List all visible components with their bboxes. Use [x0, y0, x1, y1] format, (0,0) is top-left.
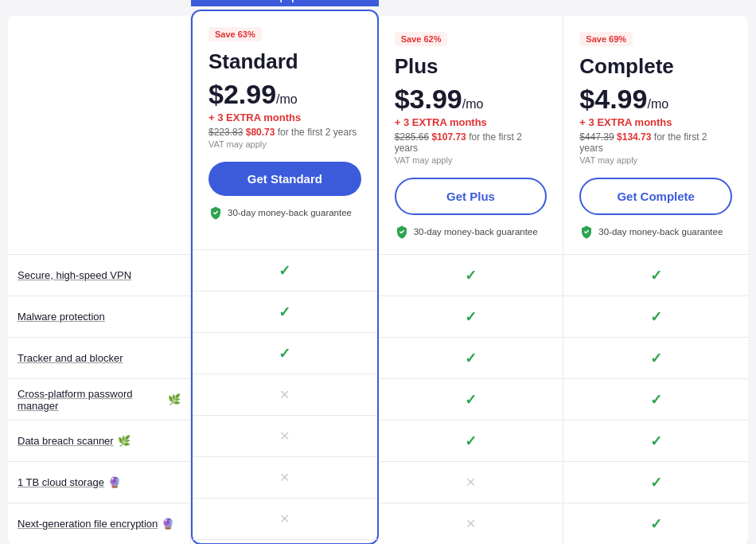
check-no-icon: ✕	[279, 387, 290, 402]
cta-button-complete[interactable]: Get Complete	[579, 178, 732, 215]
plan-col-standard: Most popular Save 63% Standard $2.99/mo …	[191, 10, 379, 544]
plan-header-complete: Save 69% Complete $4.99/mo + 3 EXTRA mon…	[563, 16, 748, 255]
plan-price-standard: $2.99/mo	[208, 79, 361, 110]
plan-header-plus: Save 62% Plus $3.99/mo + 3 EXTRA months …	[379, 16, 563, 255]
check-cell-plus-1: ✓	[379, 296, 563, 338]
check-yes-icon: ✓	[279, 345, 290, 362]
check-cell-complete-2: ✓	[563, 338, 748, 379]
check-cell-complete-6: ✓	[563, 503, 748, 544]
check-cell-plus-4: ✓	[379, 421, 563, 462]
check-no-icon: ✕	[279, 511, 290, 526]
feature-label-4[interactable]: Data breach scanner	[18, 435, 114, 447]
vat-note-plus: VAT may apply	[395, 155, 548, 165]
check-cell-standard-4: ✕	[193, 416, 377, 457]
plan-name-plus: Plus	[395, 54, 548, 79]
check-cell-complete-3: ✓	[563, 379, 748, 421]
check-yes-icon: ✓	[465, 391, 477, 409]
feature-label-5[interactable]: 1 TB cloud storage	[18, 476, 104, 488]
extra-months-plus: + 3 EXTRA months	[395, 116, 548, 128]
check-yes-icon: ✓	[650, 391, 662, 409]
cta-button-standard[interactable]: Get Standard	[208, 162, 361, 196]
feature-row-0: Secure, high-speed VPN	[8, 255, 190, 296]
check-cell-standard-0: ✓	[193, 250, 377, 292]
feature-row-6: Next-generation file encryption🔮	[8, 503, 190, 544]
check-cell-standard-5: ✕	[193, 457, 377, 499]
pricing-table: Secure, high-speed VPNMalware protection…	[8, 16, 748, 544]
original-price-plus: $285.66 $107.73 for the first 2 years	[395, 131, 548, 154]
header-spacer	[8, 16, 190, 255]
feature-row-2: Tracker and ad blocker	[8, 338, 190, 379]
check-no-icon: ✕	[466, 516, 476, 531]
check-cell-plus-3: ✓	[379, 379, 563, 421]
feature-label-0[interactable]: Secure, high-speed VPN	[18, 269, 131, 281]
check-yes-icon: ✓	[465, 267, 477, 284]
feature-row-3: Cross-platform password manager🌿	[8, 379, 190, 421]
check-yes-icon: ✓	[650, 474, 662, 491]
plan-price-complete: $4.99/mo	[579, 84, 732, 115]
feature-row-5: 1 TB cloud storage🔮	[8, 462, 190, 503]
check-cell-complete-0: ✓	[563, 255, 748, 296]
plan-price-plus: $3.99/mo	[395, 84, 548, 115]
check-yes-icon: ✓	[650, 350, 662, 367]
check-cell-complete-1: ✓	[563, 296, 748, 338]
feature-label-1[interactable]: Malware protection	[18, 311, 105, 323]
check-cell-plus-2: ✓	[379, 338, 563, 379]
feature-label-6[interactable]: Next-generation file encryption	[18, 518, 158, 530]
check-yes-icon: ✓	[650, 308, 662, 326]
check-yes-icon: ✓	[279, 262, 290, 280]
cta-button-plus[interactable]: Get Plus	[395, 178, 548, 215]
money-back-plus: 30-day money-back guarantee	[395, 225, 548, 239]
feature-column: Secure, high-speed VPNMalware protection…	[8, 16, 191, 544]
check-cell-plus-0: ✓	[379, 255, 563, 296]
check-cell-standard-3: ✕	[193, 374, 377, 416]
check-no-icon: ✕	[279, 429, 290, 444]
original-price-complete: $447.39 $134.73 for the first 2 years	[579, 131, 732, 154]
plan-name-standard: Standard	[208, 49, 361, 74]
save-badge-plus: Save 62%	[395, 32, 448, 46]
check-cell-standard-6: ✕	[193, 499, 377, 540]
check-cell-plus-5: ✕	[379, 462, 563, 503]
check-no-icon: ✕	[279, 470, 290, 485]
plan-col-complete: Save 69% Complete $4.99/mo + 3 EXTRA mon…	[563, 16, 748, 544]
original-price-standard: $223.83 $80.73 for the first 2 years	[208, 127, 361, 138]
check-cell-complete-5: ✓	[563, 462, 748, 503]
check-yes-icon: ✓	[650, 515, 662, 533]
save-badge-standard: Save 63%	[208, 27, 262, 41]
save-badge-complete: Save 69%	[579, 32, 633, 46]
vat-note-standard: VAT may apply	[208, 139, 361, 149]
money-back-standard: 30-day money-back guarantee	[208, 205, 361, 220]
plan-name-complete: Complete	[579, 54, 732, 79]
check-yes-icon: ✓	[465, 308, 477, 326]
feature-row-1: Malware protection	[8, 296, 190, 338]
plan-header-standard: Save 63% Standard $2.99/mo + 3 EXTRA mon…	[193, 11, 377, 250]
info-icon-4[interactable]: 🌿	[118, 435, 131, 448]
money-back-complete: 30-day money-back guarantee	[579, 225, 732, 239]
check-no-icon: ✕	[466, 475, 476, 490]
info-icon-6[interactable]: 🔮	[162, 518, 174, 530]
most-popular-badge: Most popular	[191, 0, 380, 6]
check-yes-icon: ✓	[465, 350, 477, 367]
info-icon-3[interactable]: 🌿	[168, 393, 181, 406]
check-cell-plus-6: ✕	[379, 503, 563, 544]
extra-months-standard: + 3 EXTRA months	[208, 112, 361, 123]
check-yes-icon: ✓	[650, 267, 662, 284]
extra-months-complete: + 3 EXTRA months	[579, 116, 732, 128]
vat-note-complete: VAT may apply	[579, 155, 732, 165]
check-cell-standard-2: ✓	[193, 333, 377, 374]
check-yes-icon: ✓	[650, 432, 662, 450]
feature-row-4: Data breach scanner🌿	[8, 421, 190, 462]
plan-col-plus: Save 62% Plus $3.99/mo + 3 EXTRA months …	[379, 16, 564, 544]
feature-label-3[interactable]: Cross-platform password manager	[18, 388, 164, 412]
check-yes-icon: ✓	[465, 432, 477, 450]
check-yes-icon: ✓	[279, 303, 290, 321]
check-cell-complete-4: ✓	[563, 421, 748, 462]
feature-label-2[interactable]: Tracker and ad blocker	[18, 352, 123, 364]
info-icon-5[interactable]: 🔮	[108, 476, 121, 489]
check-cell-standard-1: ✓	[193, 292, 377, 333]
